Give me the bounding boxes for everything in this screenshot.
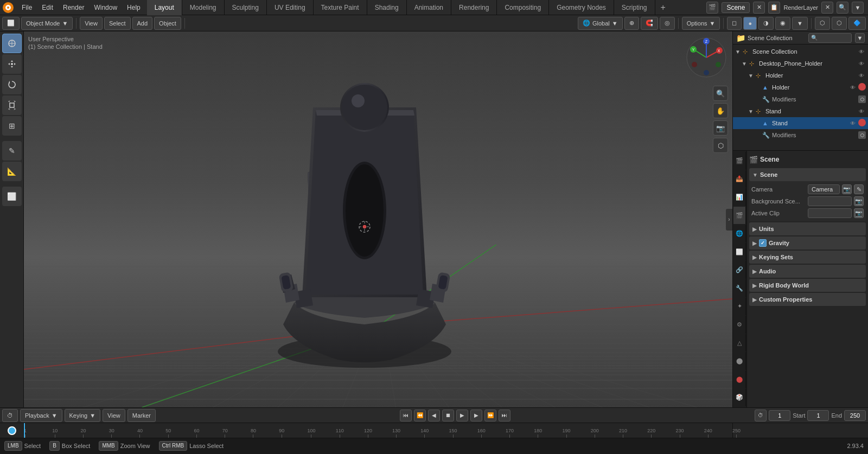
prev-keyframe-btn[interactable]: ⏪	[414, 410, 426, 421]
menu-render[interactable]: Render	[59, 3, 88, 12]
add-menu-btn[interactable]: Add	[132, 17, 153, 30]
panel-collapse-btn[interactable]: ›	[726, 209, 732, 231]
filter-btn[interactable]: ▼	[852, 2, 864, 14]
outliner-search[interactable]: 🔍	[808, 33, 852, 43]
next-keyframe-btn[interactable]: ⏩	[484, 410, 496, 421]
cursor-tool-btn[interactable]	[2, 34, 22, 53]
bg-scene-value[interactable]	[808, 196, 852, 206]
tree-stand-modifiers[interactable]: 🔧 Modifiers ⬡	[733, 129, 868, 141]
scene-close-btn[interactable]: ✕	[753, 2, 765, 14]
rendered-btn[interactable]: ◉	[775, 17, 790, 30]
start-frame[interactable]: 1	[807, 410, 829, 421]
next-frame-btn[interactable]: ▶	[470, 410, 482, 421]
visibility-btn[interactable]: 👁	[848, 83, 857, 92]
viewport-3d[interactable]: User Perspective (1) Scene Collection | …	[24, 31, 732, 407]
tree-stand-col[interactable]: ▼ ⊹ Stand 👁	[733, 105, 868, 117]
outliner-filter-btn[interactable]: ▼	[855, 33, 865, 43]
camera-btn[interactable]: 📷	[713, 120, 728, 136]
material-btn[interactable]: ◑	[758, 17, 774, 30]
pan-btn[interactable]: ✋	[713, 103, 728, 118]
select-menu-btn[interactable]: Select	[104, 17, 131, 30]
prop-tab-constraints[interactable]: 🔗	[733, 261, 746, 279]
transform-select[interactable]: 🌐 Global ▼	[578, 17, 623, 30]
engine-selector[interactable]: 🎬	[706, 2, 718, 14]
keying-sets-header[interactable]: ▶ Keying Sets	[749, 251, 866, 264]
prop-tab-world[interactable]: 🌐	[733, 225, 746, 242]
scrubber-track[interactable]: 1102030405060708090100110120130140150160…	[24, 423, 732, 438]
playback-menu[interactable]: Playback ▼	[20, 409, 62, 422]
tree-stand-mesh[interactable]: ▲ Stand 👁	[733, 117, 868, 129]
prop-tab-data[interactable]: △	[733, 334, 746, 352]
tab-texture-paint[interactable]: Texture Paint	[314, 0, 367, 15]
go-start-btn[interactable]: ⏮	[400, 410, 412, 421]
solid-btn[interactable]: ●	[743, 17, 757, 30]
zoom-in-btn[interactable]: 🔍	[713, 86, 728, 101]
units-section-header[interactable]: ▶ Units	[749, 222, 866, 235]
wireframe-btn[interactable]: ◻	[727, 17, 742, 30]
scene-name-field[interactable]: Scene	[722, 2, 750, 13]
scene-section-header[interactable]: ▼ Scene	[749, 168, 866, 181]
stop-btn[interactable]: ⏹	[442, 410, 454, 421]
visibility-btn[interactable]: 👁	[857, 47, 866, 56]
marker-menu[interactable]: Marker	[127, 409, 156, 422]
render-layer-close-btn[interactable]: ✕	[821, 2, 833, 14]
prop-tab-object[interactable]: ⬜	[733, 243, 746, 261]
tab-layout[interactable]: Layout	[147, 0, 182, 15]
tree-holder-modifiers[interactable]: 🔧 Modifiers ⬡	[733, 93, 868, 105]
gizmo-btn[interactable]: 🔷	[848, 17, 866, 30]
tree-holder-col[interactable]: ▼ ⊹ Holder 👁	[733, 69, 868, 81]
tab-sculpting[interactable]: Sculpting	[225, 0, 267, 15]
tab-geometry-nodes[interactable]: Geometry Nodes	[549, 0, 614, 15]
proportional-btn[interactable]: ◎	[660, 17, 675, 30]
end-frame[interactable]: 250	[844, 410, 866, 421]
add-workspace-btn[interactable]: +	[655, 0, 671, 15]
tab-animation[interactable]: Animation	[407, 0, 451, 15]
tab-scripting[interactable]: Scripting	[614, 0, 655, 15]
visibility-btn[interactable]: 👁	[857, 59, 866, 68]
ortho-persp-btn[interactable]: ⬡	[713, 138, 728, 153]
current-frame[interactable]: 1	[769, 410, 790, 421]
active-clip-pick-btn[interactable]: 📷	[854, 208, 864, 218]
snap-btn[interactable]: 🧲	[641, 17, 658, 30]
view-menu[interactable]: View	[103, 409, 125, 422]
prop-tab-material[interactable]: ⬤	[733, 352, 746, 370]
camera-pick-btn[interactable]: 📷	[842, 184, 852, 194]
prev-frame-btn[interactable]: ◀	[428, 410, 440, 421]
play-btn[interactable]: ▶	[456, 410, 468, 421]
tab-shading[interactable]: Shading	[367, 0, 407, 15]
menu-help[interactable]: Help	[123, 3, 145, 12]
camera-edit-btn[interactable]: ✎	[854, 184, 864, 194]
camera-value[interactable]: Camera	[808, 184, 840, 194]
menu-edit[interactable]: Edit	[37, 3, 58, 12]
prop-tab-shader[interactable]: ⬤	[733, 370, 746, 388]
view-menu-btn[interactable]: View	[80, 17, 103, 30]
scale-tool-btn[interactable]	[2, 95, 22, 115]
xray-btn[interactable]: ⬡	[815, 17, 830, 30]
tab-rendering[interactable]: Rendering	[451, 0, 497, 15]
options-btn[interactable]: Options ▼	[682, 17, 720, 30]
add-cube-btn[interactable]: ⬜	[2, 187, 22, 206]
bg-scene-pick-btn[interactable]: 📷	[854, 196, 864, 206]
active-clip-value[interactable]	[808, 208, 852, 218]
annotate-tool-btn[interactable]: ✎	[2, 141, 22, 161]
visibility-btn[interactable]: 👁	[848, 119, 857, 127]
rotate-tool-btn[interactable]	[2, 75, 22, 94]
pivot-btn[interactable]: ⊕	[624, 17, 639, 30]
overlay-btn[interactable]: ⬡	[832, 17, 847, 30]
gravity-checkbox[interactable]: ✓	[759, 239, 767, 247]
visibility-btn[interactable]: 👁	[857, 71, 866, 80]
keying-menu[interactable]: Keying ▼	[65, 409, 101, 422]
prop-tab-render-settings[interactable]: 🎲	[733, 389, 746, 407]
tab-compositing[interactable]: Compositing	[497, 0, 549, 15]
tree-holder-mesh[interactable]: ▲ Holder 👁	[733, 81, 868, 93]
gravity-section-header[interactable]: ▶ ✓ Gravity	[749, 236, 866, 250]
measure-tool-btn[interactable]: 📐	[2, 162, 22, 181]
prop-tab-output[interactable]: 📤	[733, 170, 746, 188]
prop-tab-modifier[interactable]: 🔧	[733, 279, 746, 297]
object-menu-btn[interactable]: Object	[154, 17, 181, 30]
audio-section-header[interactable]: ▶ Audio	[749, 265, 866, 278]
visibility-btn[interactable]: 👁	[857, 107, 866, 116]
menu-window[interactable]: Window	[90, 3, 122, 12]
menu-file[interactable]: File	[17, 3, 36, 12]
shading-dropdown[interactable]: ▼	[792, 17, 808, 30]
